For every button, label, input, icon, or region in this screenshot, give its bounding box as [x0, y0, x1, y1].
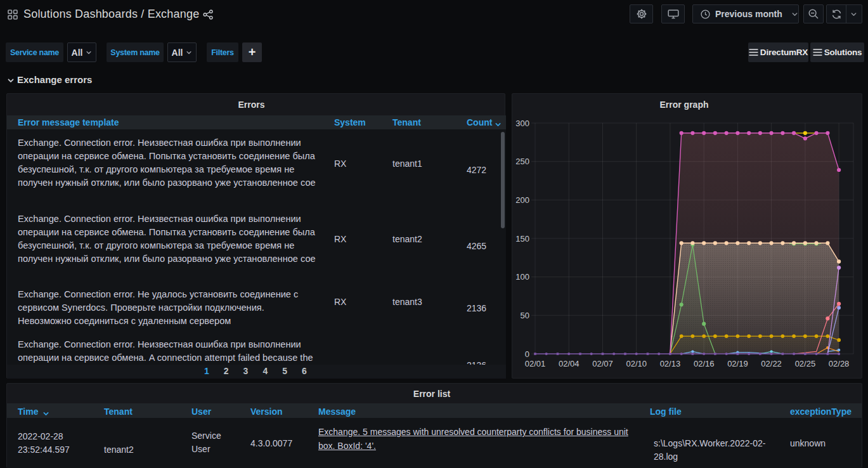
svg-text:02/28: 02/28: [829, 359, 850, 368]
svg-text:250: 250: [515, 157, 529, 166]
svg-text:100: 100: [515, 272, 529, 282]
svg-text:02/16: 02/16: [694, 359, 715, 368]
svg-text:200: 200: [515, 195, 529, 205]
svg-text:150: 150: [515, 234, 529, 244]
svg-text:0: 0: [525, 349, 529, 359]
svg-text:300: 300: [515, 119, 529, 128]
svg-text:02/13: 02/13: [660, 359, 681, 368]
svg-text:02/07: 02/07: [592, 359, 613, 368]
svg-text:02/22: 02/22: [761, 359, 782, 368]
svg-text:02/25: 02/25: [795, 359, 816, 368]
svg-text:02/01: 02/01: [525, 359, 546, 368]
svg-text:02/10: 02/10: [626, 359, 647, 368]
svg-text:50: 50: [521, 311, 529, 320]
svg-text:02/04: 02/04: [559, 359, 580, 368]
svg-text:02/19: 02/19: [727, 359, 748, 368]
